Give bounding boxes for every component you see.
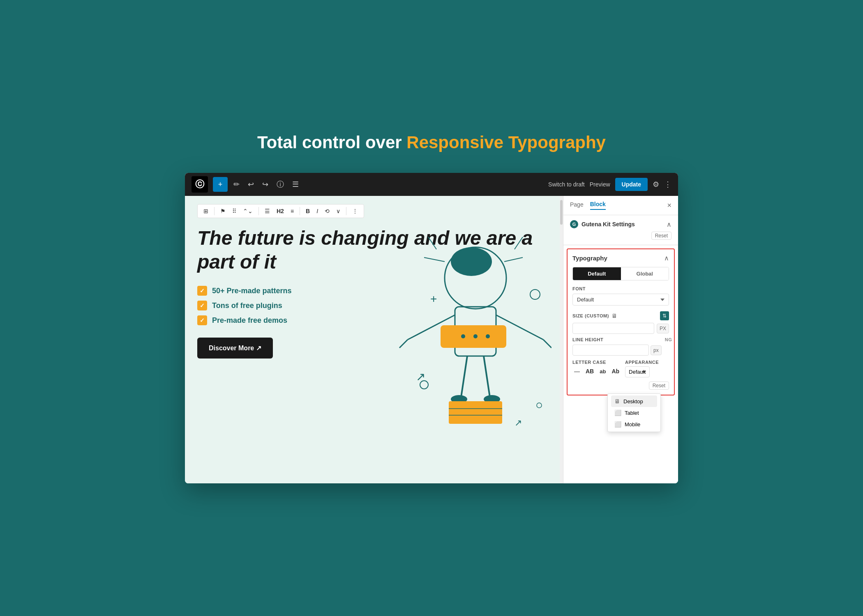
tab-block[interactable]: Block	[590, 201, 606, 210]
svg-rect-15	[449, 401, 502, 424]
add-block-button[interactable]: +	[213, 177, 228, 192]
letter-case-col: LETTER CASE — AB ab Ab	[572, 360, 621, 377]
admin-bar: ⓒ + ✏ ↩ ↪ ⓘ ☰ Switch to draft Preview Up…	[185, 173, 678, 196]
svg-line-12	[484, 356, 490, 397]
undo-button[interactable]: ↩	[245, 177, 256, 191]
ng-label: NG	[665, 337, 672, 342]
svg-text:↗: ↗	[416, 370, 425, 383]
check-icon-1: ✓	[197, 286, 207, 296]
toggle-default-button[interactable]: Default	[573, 267, 621, 280]
toggle-global-button[interactable]: Global	[621, 267, 669, 280]
page-title: Total control over Responsive Typography	[257, 133, 606, 152]
align-text-button[interactable]: ≡	[288, 206, 296, 216]
svg-point-8	[461, 334, 465, 338]
link-button[interactable]: ⟲	[322, 206, 332, 216]
update-button[interactable]: Update	[615, 178, 648, 191]
case-capitalize-button[interactable]: Ab	[610, 366, 621, 376]
italic-button[interactable]: I	[314, 206, 321, 216]
svg-line-18	[428, 237, 436, 249]
toolbar-right: Switch to draft Preview Update ⚙ ⋮	[548, 178, 671, 191]
block-arrows-button[interactable]: ⌃⌄	[240, 206, 255, 216]
edit-icon-button[interactable]: ✏	[231, 177, 242, 191]
scroll-thumb[interactable]	[560, 200, 563, 225]
appearance-col: APPEARANCE Default	[625, 360, 669, 377]
check-icon-3: ✓	[197, 315, 207, 325]
block-drag-button[interactable]: ⚑	[218, 206, 228, 216]
size-row: SIZE (CUSTOM) 🖥 ⇅	[572, 311, 669, 320]
tab-page[interactable]: Page	[570, 201, 584, 209]
page-title-main: Total control over	[257, 133, 406, 152]
device-option-desktop[interactable]: 🖥 Desktop	[611, 395, 657, 407]
font-select[interactable]: Default	[572, 294, 669, 306]
svg-point-23	[530, 290, 540, 299]
sidebar: Page Block × G Gutena Kit Settings ∧ Res	[563, 196, 678, 483]
typography-section: Typography ∧ Default Global FONT Default	[567, 248, 675, 395]
typography-header: Typography ∧	[572, 254, 669, 262]
size-label-row: SIZE (CUSTOM) 🖥	[572, 313, 617, 319]
heading-level-button[interactable]: H2	[274, 206, 286, 216]
content-scrollbar[interactable]	[560, 196, 563, 483]
device-option-mobile[interactable]: ⬜ Mobile	[611, 418, 657, 430]
block-copy-button[interactable]: ⊞	[201, 206, 211, 216]
svg-line-11	[461, 356, 467, 397]
list-view-button[interactable]: ☰	[290, 177, 301, 191]
typography-title: Typography	[572, 255, 607, 262]
case-uppercase-button[interactable]: AB	[584, 366, 595, 376]
svg-line-19	[515, 237, 523, 249]
typography-reset-button[interactable]: Reset	[649, 382, 669, 390]
bold-button[interactable]: B	[303, 206, 312, 216]
svg-rect-7	[441, 325, 506, 348]
info-button[interactable]: ⓘ	[274, 177, 286, 192]
check-icon-2: ✓	[197, 301, 207, 310]
browser-window: ⓒ + ✏ ↩ ↪ ⓘ ☰ Switch to draft Preview Up…	[185, 173, 678, 483]
case-none-button[interactable]: —	[572, 366, 581, 376]
svg-point-1	[451, 247, 492, 276]
redo-button[interactable]: ↪	[260, 177, 271, 191]
gutena-collapse-icon: ∧	[667, 221, 671, 228]
desktop-icon: 🖥	[611, 313, 617, 319]
gutena-header: G Gutena Kit Settings	[570, 220, 635, 228]
switch-draft-button[interactable]: Switch to draft	[548, 181, 585, 188]
toolbar-divider-3	[300, 207, 300, 215]
typography-collapse-icon[interactable]: ∧	[664, 254, 669, 262]
toolbar-divider-4	[346, 207, 346, 215]
settings-icon-button[interactable]: ⚙	[653, 180, 659, 189]
size-unit-label: PX	[657, 324, 669, 333]
filter-icon[interactable]: ⇅	[660, 311, 669, 320]
block-toolbar: ⊞ ⚑ ⠿ ⌃⌄ ☰ H2 ≡ B I ⟲ ∨ ⋮	[197, 204, 364, 218]
svg-point-10	[486, 334, 490, 338]
letter-case-buttons: — AB ab Ab	[572, 366, 621, 376]
options-button[interactable]: ⋮	[350, 206, 360, 216]
case-lowercase-button[interactable]: ab	[598, 367, 607, 376]
appearance-select[interactable]: Default	[625, 366, 650, 377]
device-dropdown: 🖥 Desktop ⬜ Tablet ⬜ Mobile	[607, 393, 661, 432]
typography-toggle-group: Default Global	[572, 267, 669, 280]
preview-button[interactable]: Preview	[590, 181, 610, 188]
line-height-unit: px	[651, 345, 662, 355]
sidebar-close-button[interactable]: ×	[667, 201, 671, 210]
appearance-label: APPEARANCE	[625, 360, 669, 365]
sidebar-tabs: Page Block ×	[563, 196, 678, 215]
content-area: ⊞ ⚑ ⠿ ⌃⌄ ☰ H2 ≡ B I ⟲ ∨ ⋮ The future is …	[185, 196, 560, 483]
gutena-section: G Gutena Kit Settings ∧ Reset	[563, 215, 678, 245]
svg-point-9	[473, 334, 478, 338]
line-height-input[interactable]	[572, 345, 649, 356]
toolbar-divider-2	[258, 207, 259, 215]
size-input[interactable]	[572, 323, 654, 334]
block-move-button[interactable]: ⠿	[230, 206, 239, 216]
desktop-device-icon: 🖥	[614, 398, 620, 405]
toolbar-divider-1	[214, 207, 215, 215]
gutena-icon: G	[570, 220, 578, 228]
tablet-device-icon: ⬜	[614, 409, 621, 416]
hero-illustration: + ↗ ↗	[395, 221, 551, 436]
align-button[interactable]: ☰	[262, 206, 272, 216]
gutena-section-header[interactable]: G Gutena Kit Settings ∧	[570, 220, 671, 228]
page-title-highlight: Responsive Typography	[406, 133, 606, 152]
gutena-reset-button[interactable]: Reset	[651, 232, 671, 240]
svg-line-4	[399, 340, 408, 348]
more-toolbar-button[interactable]: ∨	[334, 206, 343, 216]
wp-logo: ⓒ	[192, 176, 208, 193]
device-option-tablet[interactable]: ⬜ Tablet	[611, 407, 657, 418]
discover-more-button[interactable]: Discover More ↗	[197, 338, 273, 359]
more-options-button[interactable]: ⋮	[664, 180, 671, 189]
